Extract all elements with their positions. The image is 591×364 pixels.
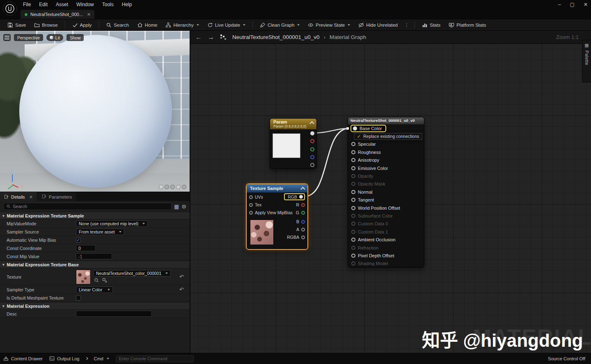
live-update-dropdown[interactable]: Live Update	[204, 21, 249, 29]
param-node[interactable]: Param Param (0.8,0.8,0.8,0)	[270, 118, 317, 169]
collapse-node-icon[interactable]	[301, 187, 305, 190]
preview-state-dropdown[interactable]: Preview State	[305, 21, 353, 29]
pin-normal[interactable]: Normal	[348, 188, 424, 196]
material-graph-canvas[interactable]: ← → NeutralTextureShot_000001_u0_v0 › Ma…	[190, 31, 591, 353]
pin-specular[interactable]: Specular	[348, 140, 424, 148]
param-output-r-pin[interactable]	[310, 139, 314, 143]
param-output-a-pin[interactable]	[310, 163, 314, 167]
view-option-icon[interactable]	[165, 185, 169, 189]
reset-to-default-icon[interactable]: ↶	[179, 274, 190, 280]
perspective-button[interactable]: Perspective	[14, 34, 43, 41]
pin-rgba[interactable]: RGBA	[287, 235, 305, 240]
pin-ambient-occlusion[interactable]: Ambient Occlusion	[348, 236, 424, 243]
param-node-header[interactable]: Param Param (0.8,0.8,0.8,0)	[270, 119, 316, 129]
tab-details[interactable]: Details ✕	[0, 192, 37, 201]
palette-tab[interactable]: ▦ Palette	[582, 40, 591, 82]
sampler-source-dropdown[interactable]: From texture asset	[76, 229, 124, 235]
material-preview-viewport[interactable]: Perspective Lit Show Z x	[0, 31, 190, 192]
pin-pixel-depth-offset[interactable]: Pixel Depth Offset	[348, 252, 424, 259]
texture-thumbnail[interactable]	[76, 270, 91, 284]
param-output-pin[interactable]	[310, 131, 314, 135]
settings-gear-icon[interactable]: ⚙	[181, 204, 186, 209]
home-button[interactable]: Home	[134, 21, 161, 29]
pin-world-position-offset[interactable]: World Position Offset	[348, 204, 424, 212]
pin-a[interactable]: A	[296, 227, 305, 232]
cmd-dropdown[interactable]: Cmd	[86, 356, 109, 362]
platform-stats-button[interactable]: Platform Stats	[445, 21, 489, 29]
viewport-menu-icon[interactable]	[3, 34, 11, 41]
menu-asset[interactable]: Asset	[52, 0, 72, 9]
texture-sample-node[interactable]: Texture Sample UVs Tex Apply View MipBia…	[246, 184, 308, 250]
menu-help[interactable]: Help	[118, 0, 136, 9]
view-option-icon[interactable]	[182, 185, 186, 189]
browse-button[interactable]: Browse	[31, 21, 61, 29]
menu-file[interactable]: File	[19, 0, 35, 9]
is-default-meshpaint-checkbox[interactable]	[76, 295, 81, 300]
hierarchy-dropdown[interactable]: Hierarchy	[162, 21, 202, 29]
pin-b[interactable]: B	[296, 219, 305, 224]
tab-close-icon[interactable]: ✕	[87, 12, 91, 17]
reset-to-default-icon[interactable]: ↶	[179, 286, 190, 293]
viewport-view-options[interactable]	[159, 185, 186, 189]
const-coordinate-input[interactable]: 0	[76, 245, 96, 251]
pin-roughness[interactable]: Roughness	[348, 148, 424, 156]
pin-tangent[interactable]: Tangent	[348, 196, 424, 204]
nav-forward-icon[interactable]: →	[208, 34, 214, 41]
source-control-button[interactable]: Source Control Off	[545, 356, 588, 361]
breadcrumb-asset[interactable]: NeutralTextureShot_000001_u0_v0	[232, 34, 319, 40]
output-log-button[interactable]: Output Log	[49, 356, 79, 362]
texture-asset-dropdown[interactable]: NeutralTextureShot_color_000001	[93, 270, 171, 277]
asset-tab[interactable]: NeutralTextureShot_000... ✕	[21, 10, 94, 19]
const-mip-value-input[interactable]: -1	[76, 253, 112, 259]
menu-tools[interactable]: Tools	[98, 0, 118, 9]
lit-mode-button[interactable]: Lit	[46, 34, 63, 41]
nav-back-icon[interactable]: ←	[195, 34, 202, 41]
content-drawer-button[interactable]: Content Drawer	[3, 356, 43, 362]
pin-tex[interactable]: Tex	[249, 202, 261, 207]
search-input[interactable]: Search	[3, 203, 172, 210]
clean-graph-dropdown[interactable]: Clean Graph	[257, 21, 303, 29]
param-output-b-pin[interactable]	[310, 155, 314, 159]
texture-sample-header[interactable]: Texture Sample	[247, 184, 307, 192]
details-tab-close-icon[interactable]: ✕	[29, 195, 33, 200]
view-option-icon[interactable]	[159, 185, 163, 189]
material-result-node[interactable]: NeutralTextureShot_000001_u0_v0 Base Col…	[348, 117, 424, 268]
stats-button[interactable]: Stats	[419, 21, 444, 29]
pin-emissive-color[interactable]: Emissive Color	[348, 164, 424, 172]
menu-edit[interactable]: Edit	[35, 0, 52, 9]
view-option-icon[interactable]	[176, 185, 181, 189]
save-button[interactable]: Save	[4, 21, 29, 29]
tab-parameters[interactable]: Parameters	[38, 192, 76, 201]
collapse-node-icon[interactable]	[310, 121, 314, 124]
menu-window[interactable]: Window	[72, 0, 98, 9]
pin-r[interactable]: R	[296, 202, 305, 207]
param-output-g-pin[interactable]	[310, 147, 314, 151]
view-option-icon[interactable]	[170, 185, 175, 189]
section-texture-sample[interactable]: ▾ Material Expression Texture Sample	[0, 212, 190, 220]
automatic-view-mip-bias-checkbox[interactable]: ✓	[76, 238, 81, 243]
sampler-type-dropdown[interactable]: Linear Color	[76, 286, 113, 293]
show-button[interactable]: Show	[66, 34, 84, 41]
pin-base-color[interactable]: Base Color	[348, 124, 424, 132]
more-options-icon[interactable]: ⋮	[403, 22, 411, 28]
minimize-button[interactable]: –	[558, 2, 561, 7]
close-button[interactable]: ✕	[584, 2, 588, 7]
pin-g[interactable]: G	[296, 210, 305, 215]
console-command-input[interactable]: Enter Console Command	[116, 355, 194, 362]
pin-rgb[interactable]: RGB	[284, 193, 305, 200]
search-button[interactable]: Search	[103, 21, 132, 29]
display-filter-icon[interactable]: ▦	[174, 204, 179, 209]
desc-input[interactable]	[76, 311, 152, 317]
material-result-header[interactable]: NeutralTextureShot_000001_u0_v0	[348, 117, 424, 124]
hide-unrelated-button[interactable]: Hide Unrelated	[355, 21, 401, 29]
use-selected-asset-icon[interactable]	[102, 278, 107, 284]
pin-apply-view-mipbias[interactable]: Apply View MipBias	[249, 210, 293, 215]
apply-button[interactable]: Apply	[69, 21, 95, 29]
pin-anisotropy[interactable]: Anisotropy	[348, 156, 424, 164]
unreal-logo-icon[interactable]	[3, 2, 17, 16]
maximize-button[interactable]: ▢	[570, 2, 575, 7]
mipvaluemode-dropdown[interactable]: None (use computed mip level)	[76, 220, 148, 227]
browse-to-asset-icon[interactable]	[94, 278, 99, 284]
pin-uvs[interactable]: UVs	[249, 195, 263, 199]
section-material-expression[interactable]: ▾ Material Expression	[0, 302, 190, 310]
